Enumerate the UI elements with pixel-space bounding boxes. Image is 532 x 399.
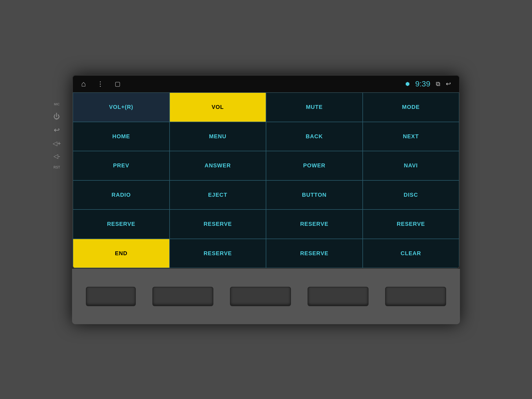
power-button[interactable]: ⏻ (53, 112, 60, 120)
grid-cell-disc-r4c4[interactable]: DISC (363, 180, 459, 210)
grid-cell-power-r3c3[interactable]: POWER (266, 151, 363, 180)
top-bar: ⌂ ⋮ ▢ ⬢ 9:39 ⧉ ↩ (73, 76, 459, 92)
bottom-panel (72, 269, 460, 324)
grid-cell-end-r6c1[interactable]: END (73, 239, 170, 268)
grid-cell-vol--r--r1c1[interactable]: VOL+(R) (73, 93, 170, 122)
grid-cell-mode-r1c4[interactable]: MODE (363, 93, 459, 122)
button-grid: VOL+(R)VOLMUTEMODEHOMEMENUBACKNEXTPREVAN… (73, 92, 459, 268)
hw-button-5[interactable] (385, 287, 446, 306)
screen: ⌂ ⋮ ▢ ⬢ 9:39 ⧉ ↩ VOL+(R)VOLMUTEMODEHOMEM… (72, 75, 460, 269)
grid-cell-vol-r1c2[interactable]: VOL (170, 93, 266, 122)
side-controls: MIC ⏻ ↩ ◁+ ◁- RST (53, 103, 61, 170)
top-bar-right: ⬢ 9:39 ⧉ ↩ (405, 80, 451, 88)
grid-cell-reserve-r6c2[interactable]: RESERVE (170, 239, 266, 268)
hw-button-3[interactable] (230, 287, 291, 306)
grid-cell-eject-r4c2[interactable]: EJECT (170, 180, 266, 210)
grid-cell-reserve-r5c1[interactable]: RESERVE (73, 209, 170, 239)
top-bar-left: ⌂ ⋮ ▢ (81, 80, 121, 88)
menu-icon[interactable]: ⋮ (97, 80, 104, 88)
hw-button-4[interactable] (308, 287, 369, 306)
grid-cell-radio-r4c1[interactable]: RADIO (73, 180, 170, 210)
square-icon[interactable]: ▢ (115, 80, 121, 88)
bluetooth-icon: ⬢ (405, 81, 410, 87)
back-side-button[interactable]: ↩ (54, 126, 60, 134)
grid-cell-answer-r3c2[interactable]: ANSWER (170, 151, 266, 180)
grid-cell-reserve-r6c3[interactable]: RESERVE (266, 239, 363, 268)
grid-cell-menu-r2c2[interactable]: MENU (170, 122, 266, 151)
grid-cell-reserve-r5c4[interactable]: RESERVE (363, 209, 459, 239)
hw-button-2[interactable] (152, 287, 213, 306)
grid-cell-next-r2c4[interactable]: NEXT (363, 122, 459, 151)
grid-cell-home-r2c1[interactable]: HOME (73, 122, 170, 151)
grid-cell-mute-r1c3[interactable]: MUTE (266, 93, 363, 122)
rst-label: RST (53, 165, 60, 170)
grid-cell-button-r4c3[interactable]: BUTTON (266, 180, 363, 210)
hw-button-1[interactable] (86, 287, 136, 306)
grid-cell-back-r2c3[interactable]: BACK (266, 122, 363, 151)
time-display: 9:39 (415, 80, 431, 88)
back-icon[interactable]: ↩ (446, 80, 451, 88)
car-unit: MIC ⏻ ↩ ◁+ ◁- RST ⌂ ⋮ ▢ ⬢ 9:39 ⧉ ↩ VOL (72, 75, 460, 324)
home-icon[interactable]: ⌂ (81, 80, 86, 88)
volume-up-button[interactable]: ◁+ (53, 140, 61, 147)
grid-cell-clear-r6c4[interactable]: CLEAR (363, 239, 459, 268)
mic-label: MIC (54, 103, 60, 107)
volume-down-button[interactable]: ◁- (53, 153, 60, 160)
copy-icon[interactable]: ⧉ (436, 80, 440, 88)
grid-cell-reserve-r5c2[interactable]: RESERVE (170, 209, 266, 239)
grid-cell-reserve-r5c3[interactable]: RESERVE (266, 209, 363, 239)
grid-cell-prev-r3c1[interactable]: PREV (73, 151, 170, 180)
grid-cell-navi-r3c4[interactable]: NAVI (363, 151, 459, 180)
